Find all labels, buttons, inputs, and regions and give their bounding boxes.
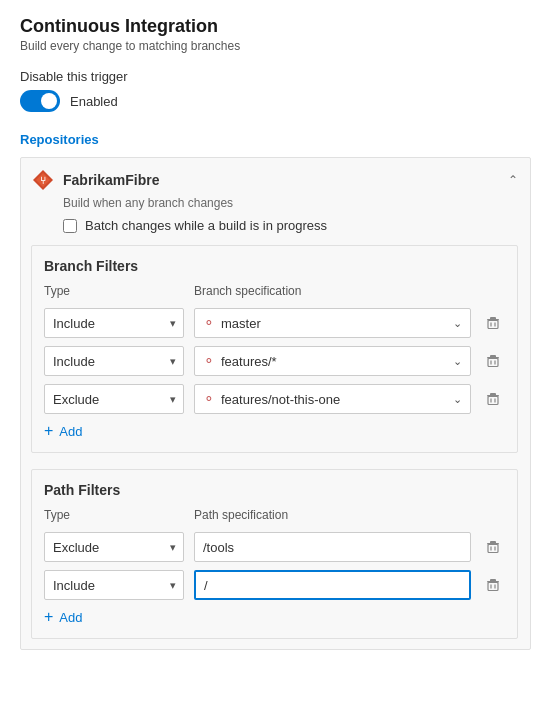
repositories-section: ⑂ FabrikamFibre ⌃ Build when any branch … xyxy=(20,157,531,650)
page-title: Continuous Integration xyxy=(20,16,531,37)
path-filters-title: Path Filters xyxy=(44,482,505,498)
batch-changes-checkbox[interactable] xyxy=(63,219,77,233)
path-delete-btn-1[interactable] xyxy=(481,535,505,559)
branch-type-select-2[interactable]: Include Exclude xyxy=(44,346,184,376)
branch-spec-chevron-2: ⌄ xyxy=(453,355,462,368)
branch-spec-text-3: features/not-this-one xyxy=(221,392,340,407)
branch-spec-text-2: features/* xyxy=(221,354,277,369)
branch-filter-row: Include Exclude ⚬ features/* ⌄ xyxy=(44,346,505,376)
branch-delete-btn-2[interactable] xyxy=(481,349,505,373)
toggle-state-label: Enabled xyxy=(70,94,118,109)
repo-name: FabrikamFibre xyxy=(63,172,500,188)
branch-spec-wrap-2: ⚬ features/* ⌄ xyxy=(194,346,471,376)
batch-changes-label: Batch changes while a build is in progre… xyxy=(85,218,327,233)
path-spec-wrap-1 xyxy=(194,532,471,562)
branch-type-dropdown-1[interactable]: Include Exclude xyxy=(44,308,184,338)
path-add-button[interactable]: + Add xyxy=(44,608,82,626)
path-spec-input-2[interactable] xyxy=(194,570,471,600)
branch-filter-row: Include Exclude ⚬ master ⌄ xyxy=(44,308,505,338)
path-type-select-2[interactable]: Include Exclude xyxy=(44,570,184,600)
branch-type-select-3[interactable]: Include Exclude xyxy=(44,384,184,414)
branch-spec-wrap-3: ⚬ features/not-this-one ⌄ xyxy=(194,384,471,414)
svg-rect-4 xyxy=(488,321,498,329)
path-spec-wrap-2 xyxy=(194,570,471,600)
branch-spec-dropdown-3[interactable]: ⚬ features/not-this-one ⌄ xyxy=(194,384,471,414)
branch-type-select-1[interactable]: Include Exclude xyxy=(44,308,184,338)
svg-rect-16 xyxy=(488,545,498,553)
path-delete-btn-2[interactable] xyxy=(481,573,505,597)
path-type-dropdown-2[interactable]: Include Exclude xyxy=(44,570,184,600)
path-filter-row: Include Exclude xyxy=(44,532,505,562)
branch-filters-section: Branch Filters Type Branch specification… xyxy=(31,245,518,453)
branch-filter-row: Include Exclude ⚬ features/not-this-one … xyxy=(44,384,505,414)
branch-spec-chevron-1: ⌄ xyxy=(453,317,462,330)
path-filters-section: Path Filters Type Path specification Inc… xyxy=(31,469,518,639)
path-filter-row: Include Exclude xyxy=(44,570,505,600)
branch-spec-col-label: Branch specification xyxy=(194,284,505,298)
branch-spec-chevron-3: ⌄ xyxy=(453,393,462,406)
repositories-section-title: Repositories xyxy=(20,132,531,147)
path-add-icon: + xyxy=(44,608,53,626)
repo-subtitle: Build when any branch changes xyxy=(63,196,518,210)
svg-text:⑂: ⑂ xyxy=(40,175,46,186)
branch-filters-title: Branch Filters xyxy=(44,258,505,274)
svg-rect-8 xyxy=(488,359,498,367)
svg-rect-20 xyxy=(488,583,498,591)
branch-type-dropdown-2[interactable]: Include Exclude xyxy=(44,346,184,376)
path-add-label: Add xyxy=(59,610,82,625)
path-spec-col-label: Path specification xyxy=(194,508,505,522)
branch-delete-btn-1[interactable] xyxy=(481,311,505,335)
enable-disable-toggle[interactable] xyxy=(20,90,60,112)
repo-icon: ⑂ xyxy=(31,168,55,192)
path-type-col-label: Type xyxy=(44,508,184,522)
branch-add-button[interactable]: + Add xyxy=(44,422,82,440)
branch-type-dropdown-3[interactable]: Include Exclude xyxy=(44,384,184,414)
branch-spec-wrap-1: ⚬ master ⌄ xyxy=(194,308,471,338)
svg-rect-12 xyxy=(488,397,498,405)
branch-spec-dropdown-2[interactable]: ⚬ features/* ⌄ xyxy=(194,346,471,376)
disable-trigger-label: Disable this trigger xyxy=(20,69,531,84)
branch-spec-icon-2: ⚬ xyxy=(203,353,215,369)
path-type-dropdown-1[interactable]: Include Exclude xyxy=(44,532,184,562)
branch-add-label: Add xyxy=(59,424,82,439)
branch-spec-dropdown-1[interactable]: ⚬ master ⌄ xyxy=(194,308,471,338)
path-type-select-1[interactable]: Include Exclude xyxy=(44,532,184,562)
page-subtitle: Build every change to matching branches xyxy=(20,39,531,53)
repo-collapse-chevron[interactable]: ⌃ xyxy=(508,173,518,187)
branch-delete-btn-3[interactable] xyxy=(481,387,505,411)
branch-type-col-label: Type xyxy=(44,284,184,298)
branch-add-icon: + xyxy=(44,422,53,440)
repo-item: ⑂ FabrikamFibre ⌃ Build when any branch … xyxy=(20,157,531,650)
branch-spec-text-1: master xyxy=(221,316,261,331)
path-spec-input-1[interactable] xyxy=(194,532,471,562)
branch-spec-icon-3: ⚬ xyxy=(203,391,215,407)
branch-spec-icon-1: ⚬ xyxy=(203,315,215,331)
